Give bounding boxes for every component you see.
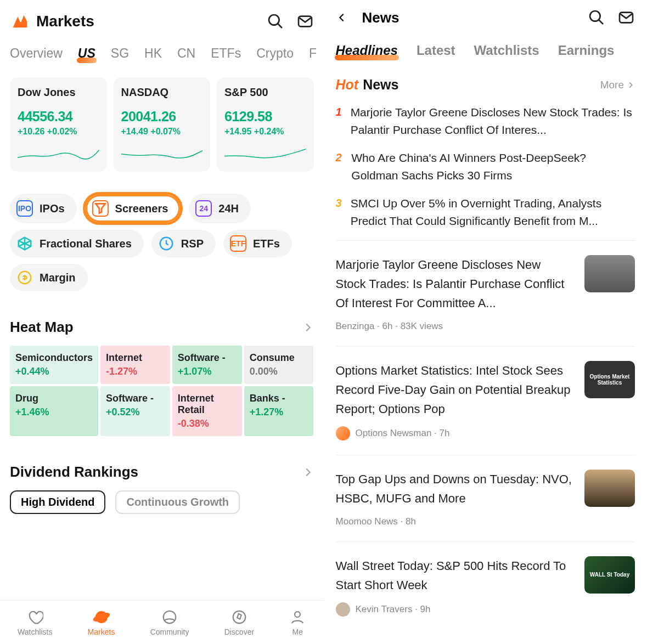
heat-cell[interactable]: Drug+1.46% [10, 386, 98, 436]
article-meta: Options Newsman · 7h [336, 426, 574, 440]
news-tabs: HeadlinesLatestWatchlistsEarnings [336, 43, 635, 58]
index-card-s-p-500[interactable]: S&P 500 6129.58 +14.95 +0.24% [217, 77, 314, 172]
heatmap-header[interactable]: Heat Map [10, 319, 314, 336]
nav-watchlists[interactable]: Watchlists [18, 609, 52, 636]
hot-news-list: 1Marjorie Taylor Greene Discloses New St… [336, 104, 635, 229]
dividend-title: Dividend Rankings [10, 464, 138, 481]
index-card-dow-jones[interactable]: Dow Jones 44556.34 +10.26 +0.02% [10, 77, 107, 172]
heat-cell[interactable]: Internet-1.27% [100, 346, 170, 384]
market-tab-overview[interactable]: Overview [10, 46, 63, 61]
news-article[interactable]: Options Market Statistics: Intel Stock S… [336, 361, 635, 456]
discover-icon [231, 609, 247, 625]
nav-markets[interactable]: Markets [88, 609, 115, 636]
article-meta: Benzinga · 6h · 83K views [336, 321, 574, 332]
news-tab-watchlists[interactable]: Watchlists [474, 43, 539, 58]
hot-headline: Marjorie Taylor Greene Discloses New Sto… [351, 104, 635, 138]
page-title: Markets [36, 13, 94, 30]
chip-etfs[interactable]: ETFETFs [223, 230, 292, 257]
nav-label: Me [292, 628, 303, 636]
chip-fractional-shares[interactable]: Fractional Shares [10, 230, 144, 257]
heat-pct: 0.00% [250, 366, 308, 377]
heat-cell[interactable]: Internet Retail-0.38% [172, 386, 242, 436]
article-thumbnail: WALL St Today [584, 556, 635, 594]
heat-cell[interactable]: Semiconductors+0.44% [10, 346, 98, 384]
watchlists-icon [27, 609, 43, 625]
back-icon[interactable] [336, 12, 348, 24]
news-tab-earnings[interactable]: Earnings [558, 43, 615, 58]
svg-point-7 [164, 611, 176, 623]
hot-news-item[interactable]: 2Who Are China's AI Winners Post-DeepSee… [336, 149, 635, 184]
heat-pct: -1.27% [106, 366, 165, 377]
market-tab-etfs[interactable]: ETFs [211, 46, 241, 61]
markets-pane: Markets OverviewUSSGHKCNETFsCryptoF Dow … [0, 0, 324, 644]
svg-point-9 [295, 612, 300, 617]
hot-headline: SMCI Up Over 5% in Overnight Trading, An… [351, 195, 635, 229]
chip-24h[interactable]: 2424H [189, 194, 251, 223]
news-tab-latest[interactable]: Latest [417, 43, 455, 58]
heat-cell[interactable]: Software -+0.52% [100, 386, 170, 436]
chip-margin[interactable]: Margin [10, 264, 88, 291]
nav-community[interactable]: Community [150, 609, 189, 636]
heat-cell[interactable]: Consume0.00% [244, 346, 314, 384]
moomoo-logo-icon [10, 12, 29, 31]
chip-label: Screeners [115, 202, 168, 215]
market-tab-hk[interactable]: HK [144, 46, 162, 61]
chip-ipos[interactable]: IPOIPOs [10, 194, 77, 223]
heat-cell[interactable]: Banks -+1.27% [244, 386, 314, 436]
dividend-pill[interactable]: Continuous Growth [115, 490, 240, 514]
mail-icon[interactable] [296, 13, 314, 30]
hot-news-header[interactable]: HotNews More [336, 77, 635, 93]
index-name: S&P 500 [224, 86, 306, 99]
chip-label: Margin [40, 272, 76, 284]
nav-discover[interactable]: Discover [224, 609, 254, 636]
bottom-nav: WatchlistsMarketsCommunityDiscoverMe [0, 600, 324, 644]
heat-name: Internet Retail [178, 393, 237, 416]
nav-label: Discover [224, 628, 254, 636]
nav-me[interactable]: Me [289, 609, 306, 636]
market-tab-sg[interactable]: SG [111, 46, 129, 61]
tool-chips: IPOIPOsScreeners2424HFractional SharesRS… [10, 194, 314, 291]
heat-name: Software - [106, 393, 165, 404]
market-tab-cn[interactable]: CN [177, 46, 195, 61]
index-change: +10.26 +0.02% [18, 127, 99, 137]
sparkline-icon [18, 142, 99, 164]
search-icon[interactable] [588, 9, 605, 26]
hot-news-item[interactable]: 3SMCI Up Over 5% in Overnight Trading, A… [336, 195, 635, 229]
index-card-nasdaq[interactable]: NASDAQ 20041.26 +14.49 +0.07% [114, 77, 211, 172]
mail-icon[interactable] [617, 9, 635, 26]
market-tab-us[interactable]: US [78, 46, 95, 61]
chip-rsp[interactable]: RSP [151, 230, 216, 257]
more-link[interactable]: More [600, 79, 635, 91]
article-meta: Kevin Travers · 9h [336, 602, 574, 617]
sparkline-icon [121, 142, 203, 164]
heatmap-title: Heat Map [10, 319, 74, 336]
community-icon [161, 609, 178, 625]
article-title: Top Gap Ups and Downs on Tuesday: NVO, H… [336, 470, 574, 508]
market-tabs: OverviewUSSGHKCNETFsCryptoF [10, 46, 314, 61]
dividend-header[interactable]: Dividend Rankings [10, 464, 314, 481]
heat-name: Drug [15, 393, 93, 404]
index-value: 20041.26 [121, 109, 203, 125]
market-tab-f[interactable]: F [309, 46, 317, 61]
chip-screeners[interactable]: Screeners [85, 194, 182, 223]
market-tab-crypto[interactable]: Crypto [256, 46, 294, 61]
news-tab-headlines[interactable]: Headlines [336, 43, 398, 58]
news-article[interactable]: Top Gap Ups and Downs on Tuesday: NVO, H… [336, 470, 635, 541]
hot-news-label: HotNews [336, 77, 399, 93]
heat-cell[interactable]: Software -+1.07% [172, 346, 242, 384]
news-article[interactable]: Wall Street Today: S&P 500 Hits Record T… [336, 556, 635, 631]
header-actions [267, 13, 314, 30]
brand: Markets [10, 12, 94, 31]
news-article[interactable]: Marjorie Taylor Greene Discloses New Sto… [336, 255, 635, 347]
nav-label: Community [150, 628, 189, 636]
dividend-pill[interactable]: High Dividend [10, 490, 105, 514]
search-icon[interactable] [267, 13, 284, 30]
hot-news-item[interactable]: 1Marjorie Taylor Greene Discloses New St… [336, 104, 635, 138]
chip-label: Fractional Shares [40, 238, 132, 250]
index-change: +14.49 +0.07% [121, 127, 203, 137]
index-name: Dow Jones [18, 86, 99, 99]
heat-pct: +0.44% [15, 366, 93, 377]
news-title: News [362, 9, 400, 26]
sparkline-icon [224, 142, 306, 164]
author-avatar-icon [336, 426, 350, 440]
